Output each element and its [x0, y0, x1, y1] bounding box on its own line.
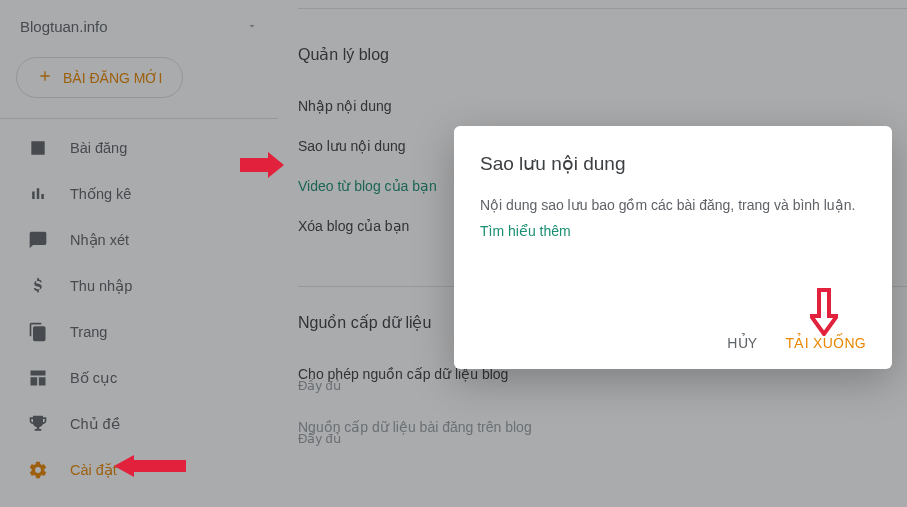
- dialog-cancel-button[interactable]: HỦY: [727, 335, 757, 351]
- dialog-learn-more-link[interactable]: Tìm hiểu thêm: [480, 223, 866, 239]
- backup-dialog: Sao lưu nội dung Nội dung sao lưu bao gồ…: [454, 126, 892, 369]
- dialog-download-button[interactable]: TẢI XUỐNG: [786, 335, 866, 351]
- dialog-desc: Nội dung sao lưu bao gồm các bài đăng, t…: [480, 195, 866, 217]
- dialog-title: Sao lưu nội dung: [480, 152, 866, 175]
